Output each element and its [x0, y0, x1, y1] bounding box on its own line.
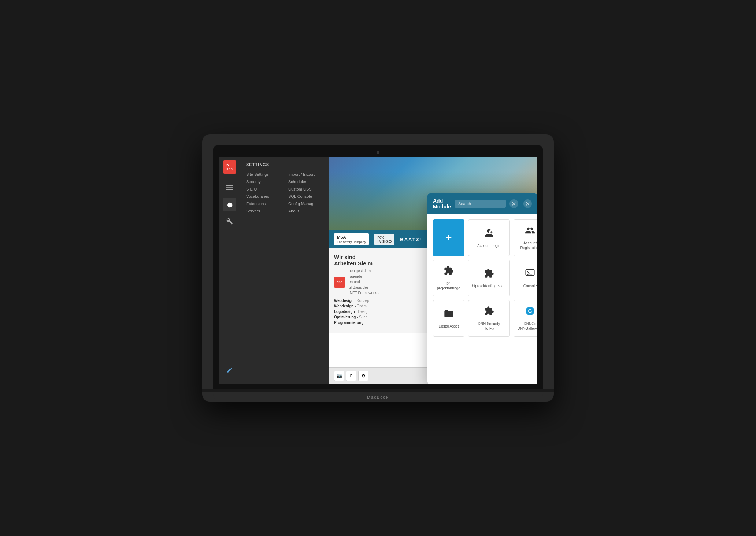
settings-link-sql[interactable]: SQL Console	[288, 194, 323, 199]
settings-link-site[interactable]: Site Settings	[246, 172, 281, 177]
account-login-icon	[484, 228, 494, 240]
settings-col-2: Import / Export Scheduler Custom CSS SQL…	[288, 172, 323, 216]
sidebar-item-pencil[interactable]	[223, 363, 236, 377]
bfprojektanfragestart-icon	[484, 268, 494, 281]
laptop-hinge	[202, 389, 554, 392]
add-icon: +	[445, 232, 452, 244]
dnn-security-icon	[484, 306, 494, 318]
sidebar: D dnn	[219, 157, 241, 384]
dialog-header: Add Module ✕ ✕	[427, 193, 537, 214]
settings-link-import[interactable]: Import / Export	[288, 172, 323, 177]
module-label-digital-asset: Digital Asset	[438, 324, 459, 329]
dialog-close-icon[interactable]: ✕	[523, 199, 532, 208]
settings-link-extensions[interactable]: Extensions	[246, 202, 281, 206]
camera	[377, 151, 379, 154]
module-item-add-new[interactable]: +	[433, 219, 464, 256]
console-icon	[525, 268, 535, 281]
module-item-dnnngo-gallerypro[interactable]: G DNNGo DNNGalleryPro	[514, 300, 537, 337]
module-item-dnn-security[interactable]: DNN Security HotFix	[468, 300, 510, 337]
settings-link-css[interactable]: Custom CSS	[288, 187, 323, 191]
svg-text:G: G	[528, 308, 532, 314]
module-label-bfprojektanfragestart: bfprojektanfragestart	[472, 284, 506, 288]
module-label-dnn-security: DNN Security HotFix	[472, 321, 506, 331]
module-grid: + Account Login	[433, 219, 532, 337]
dialog-overlay: Add Module ✕ ✕ +	[329, 157, 537, 384]
module-item-digital-asset[interactable]: Digital Asset	[433, 300, 464, 337]
settings-link-servers[interactable]: Servers	[246, 209, 281, 213]
module-label-dnnngo-gallerypro: DNNGo DNNGalleryPro	[518, 321, 537, 331]
laptop-bottom: MacBook	[213, 392, 543, 402]
dnn-logo[interactable]: D dnn	[223, 160, 236, 174]
dialog-search-input[interactable]	[455, 200, 506, 208]
module-item-bf-projektanfrage[interactable]: bf-projektanfrage	[433, 260, 464, 296]
settings-link-vocabularies[interactable]: Vocabularies	[246, 194, 281, 199]
dialog-body: + Account Login	[427, 214, 537, 384]
module-item-account-registration[interactable]: Account Registration	[514, 219, 537, 256]
dnnngo-gallerypro-icon: G	[525, 306, 535, 318]
bf-projektanfrage-icon	[444, 266, 454, 278]
settings-title: SETTINGS	[246, 162, 323, 167]
module-item-console[interactable]: Console	[514, 260, 537, 296]
svg-rect-1	[226, 187, 233, 188]
settings-link-security[interactable]: Security	[246, 180, 281, 184]
sidebar-item-tools[interactable]	[223, 215, 236, 228]
dialog-clear-icon[interactable]: ✕	[509, 199, 518, 208]
digital-asset-icon	[444, 308, 454, 321]
settings-link-about[interactable]: About	[288, 209, 323, 213]
module-label-account-registration: Account Registration	[518, 241, 537, 250]
main-content: MSAThe Safety Company hotelINDIGO BAATZ°…	[329, 157, 537, 384]
module-label-console: Console	[523, 284, 537, 288]
module-item-account-login[interactable]: Account Login	[468, 219, 510, 256]
sidebar-item-settings[interactable]	[223, 198, 236, 211]
sidebar-item-menu[interactable]	[223, 181, 236, 194]
settings-link-seo[interactable]: S E O	[246, 187, 281, 191]
svg-rect-2	[226, 189, 233, 190]
svg-rect-0	[226, 185, 233, 186]
settings-link-config[interactable]: Config Manager	[288, 202, 323, 206]
module-label-account-login: Account Login	[477, 243, 500, 248]
account-registration-icon	[525, 225, 535, 238]
module-item-bfprojektanfragestart[interactable]: bfprojektanfragestart	[468, 260, 510, 296]
svg-rect-4	[526, 269, 534, 275]
add-module-dialog: Add Module ✕ ✕ +	[427, 193, 537, 384]
screen: D dnn	[219, 157, 537, 384]
settings-link-scheduler[interactable]: Scheduler	[288, 180, 323, 184]
laptop-brand: MacBook	[367, 395, 389, 399]
module-label-bf-projektanfrage: bf-projektanfrage	[437, 281, 460, 291]
dialog-title: Add Module	[433, 198, 451, 210]
settings-col-1: Site Settings Security S E O Vocabularie…	[246, 172, 281, 216]
settings-panel: SETTINGS Site Settings Security S E O Vo…	[241, 157, 329, 384]
